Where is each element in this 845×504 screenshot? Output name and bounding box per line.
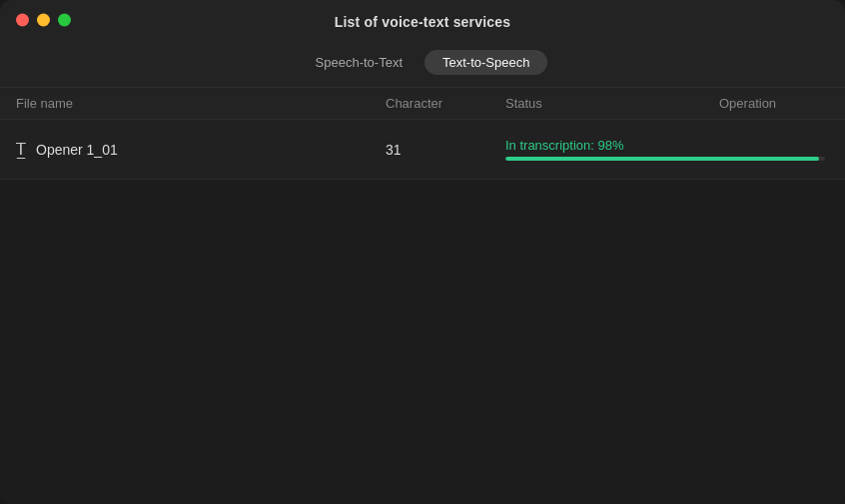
tab-text-to-speech[interactable]: Text-to-Speech <box>424 50 547 75</box>
title-bar: List of voice-text services <box>0 0 845 40</box>
maximize-button[interactable] <box>58 14 71 27</box>
status-cell: In transcription: 98% <box>505 138 825 161</box>
progress-bar-background <box>505 157 825 161</box>
operation-cell <box>825 134 845 166</box>
table-header: File name Character Status Operation <box>0 88 845 120</box>
file-type-icon: T̲ <box>16 140 26 159</box>
minimize-button[interactable] <box>37 14 50 27</box>
window-title: List of voice-text services <box>335 14 511 30</box>
status-text: In transcription: 98% <box>505 138 825 153</box>
main-window: List of voice-text services Speech-to-Te… <box>0 0 845 504</box>
file-name-cell: T̲ Opener 1_01 <box>16 140 386 159</box>
tab-speech-to-text[interactable]: Speech-to-Text <box>298 50 421 75</box>
progress-bar-fill <box>505 157 819 161</box>
header-operation: Operation <box>719 96 829 111</box>
window-controls <box>16 14 71 27</box>
table-row: T̲ Opener 1_01 31 In transcription: 98% <box>0 120 845 180</box>
tab-bar: Speech-to-Text Text-to-Speech <box>0 40 845 88</box>
header-status: Status <box>505 96 719 111</box>
character-count: 31 <box>386 142 402 158</box>
file-name: Opener 1_01 <box>36 142 118 158</box>
header-character: Character <box>386 96 505 111</box>
header-filename: File name <box>16 96 386 111</box>
close-button[interactable] <box>16 14 29 27</box>
character-cell: 31 <box>386 142 505 158</box>
table-container: File name Character Status Operation T̲ … <box>0 88 845 504</box>
